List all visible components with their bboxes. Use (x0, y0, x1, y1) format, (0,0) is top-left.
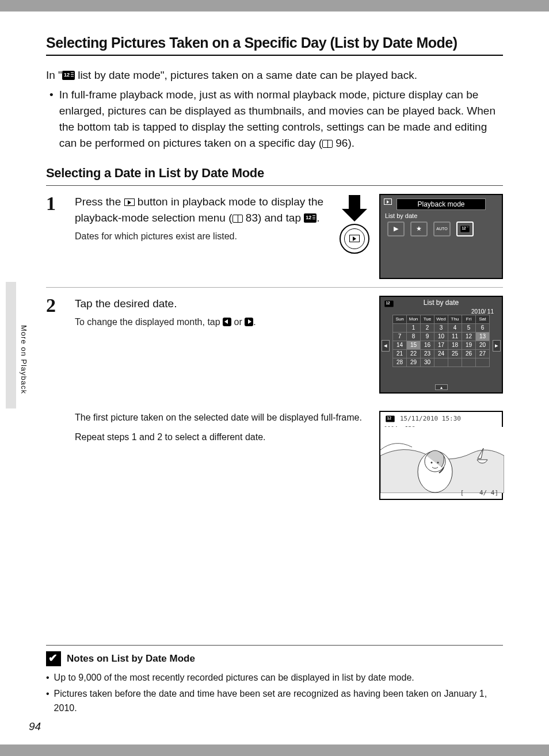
calendar-icon (386, 415, 394, 422)
bullet1-text: In full-frame playback mode, just as wit… (59, 89, 495, 149)
calendar-day[interactable]: 15 (407, 341, 421, 349)
calendar-day[interactable]: 3 (434, 323, 448, 332)
notes-item: •Up to 9,000 of the most recently record… (46, 671, 503, 685)
screen3-counter: [ 4/ 4] (460, 489, 498, 497)
calendar-day[interactable]: 28 (393, 358, 407, 366)
bullet-dot: • (46, 87, 54, 151)
calendar-grid[interactable]: SunMonTueWedThuFriSat 123456789101112131… (392, 315, 490, 367)
intro-paragraph: In " list by date mode", pictures taken … (46, 67, 503, 152)
calendar-day[interactable]: 1 (407, 323, 421, 332)
calendar-day[interactable]: 9 (421, 332, 434, 341)
arrow-shaft (349, 195, 360, 209)
step-1-graphics: Playback mode List by date ▶ ★ AUTO (334, 194, 503, 279)
triangle-left-icon (223, 318, 231, 326)
step-1-number: 1 (46, 194, 67, 279)
screen2-title: List by date (380, 297, 502, 308)
calendar-day[interactable]: 4 (448, 323, 462, 332)
calendar-day[interactable]: 29 (407, 358, 421, 366)
after2-p1: The first picture taken on the selected … (75, 411, 368, 425)
intro-text-a: In " (46, 69, 62, 81)
screen1-options: ▶ ★ AUTO (380, 222, 502, 236)
page: Selecting Pictures Taken on a Specific D… (0, 12, 549, 744)
calendar-day[interactable]: 20 (476, 341, 490, 349)
step-2-result-text: The first picture taken on the selected … (46, 411, 368, 500)
s1a: Press the (75, 196, 124, 208)
calendar-day[interactable]: 25 (448, 349, 462, 358)
screen1-header: Playback mode (396, 198, 486, 210)
step-1-sub: Dates for which pictures exist are liste… (75, 230, 326, 243)
intro-text-b: list by date mode", pictures taken on a … (75, 69, 417, 81)
notes-section: Notes on List by Date Mode •Up to 9,000 … (46, 645, 503, 716)
calendar-day[interactable]: 26 (462, 349, 476, 358)
notes-list: •Up to 9,000 of the most recently record… (46, 671, 503, 716)
notes-heading-row: Notes on List by Date Mode (46, 645, 503, 666)
screen1-label: List by date (380, 210, 502, 222)
calendar-corner-icon (384, 300, 393, 307)
calendar-day[interactable]: 17 (434, 341, 448, 349)
calendar-day[interactable]: 21 (393, 349, 407, 358)
page-title-bar: Selecting Pictures Taken on a Specific D… (46, 35, 503, 56)
calendar-dow: Mon (407, 315, 421, 323)
calendar-expand-button[interactable]: ▴ (435, 384, 448, 390)
calendar-day (476, 358, 490, 366)
option-auto-icon[interactable]: AUTO (433, 222, 451, 236)
calendar-day[interactable]: 2 (421, 323, 434, 332)
side-tab-label: More on Playback (20, 325, 28, 394)
calendar-day[interactable]: 14 (393, 341, 407, 349)
calendar-day[interactable]: 27 (476, 349, 490, 358)
step2-main: Tap the desired date. (75, 297, 177, 310)
calendar-day[interactable]: 30 (421, 358, 434, 366)
prev-month-button[interactable]: ◂ (382, 340, 390, 352)
calendar-dow: Wed (434, 315, 448, 323)
calendar-day[interactable]: 11 (448, 332, 462, 341)
option-listbydate-icon[interactable] (456, 222, 474, 236)
bullet-text: In full-frame playback mode, just as wit… (59, 87, 503, 151)
calendar-day[interactable]: 5 (462, 323, 476, 332)
calendar-day[interactable]: 22 (407, 349, 421, 358)
calendar-day[interactable]: 8 (407, 332, 421, 341)
s1c: 83) and tap (243, 212, 304, 224)
calendar-day (393, 323, 407, 332)
playback-icon (349, 235, 360, 242)
book-icon (322, 140, 333, 148)
triangle-right-icon (245, 318, 253, 326)
step-2-sub: To change the displayed month, tap or . (75, 315, 371, 329)
calendar-day[interactable]: 18 (448, 341, 462, 349)
calendar-day[interactable]: 24 (434, 349, 448, 358)
calendar-day[interactable]: 16 (421, 341, 434, 349)
calendar-dow: Tue (421, 315, 434, 323)
svg-point-4 (437, 461, 439, 463)
notes-item-text: Pictures taken before the date and time … (54, 687, 503, 716)
screen-playback-mode-menu: Playback mode List by date ▶ ★ AUTO (379, 194, 503, 279)
calendar-dow: Thu (448, 315, 462, 323)
playback-picture-illustration (380, 427, 504, 493)
calendar-day[interactable]: 7 (393, 332, 407, 341)
step-2-text: Tap the desired date. To change the disp… (75, 296, 371, 394)
calendar-day[interactable]: 23 (421, 349, 434, 358)
step-2-graphics: List by date 2010/ 11 ◂ ▸ SunMonTueWedTh… (379, 296, 503, 394)
step-2-number: 2 (46, 296, 67, 394)
notes-item: •Pictures taken before the date and time… (46, 687, 503, 716)
calendar-day[interactable]: 13 (476, 332, 490, 341)
step-1-text: Press the button in playback mode to dis… (75, 194, 326, 279)
next-month-button[interactable]: ▸ (493, 340, 501, 352)
s2b: or (231, 317, 245, 327)
bullet-dot: • (46, 687, 49, 716)
calendar-day[interactable]: 6 (476, 323, 490, 332)
option-play-icon[interactable]: ▶ (387, 222, 405, 236)
page-number: 94 (29, 720, 41, 733)
calendar-dow: Sun (393, 315, 407, 323)
arrow-head-icon (342, 209, 367, 222)
book-icon (232, 215, 243, 223)
calendar-day[interactable]: 19 (462, 341, 476, 349)
playback-button-icon (124, 198, 135, 206)
screen3-topbar: 15/11/2010 15:30 (380, 412, 502, 426)
screen3-counter-val: 4/ 4 (479, 489, 495, 497)
calendar-day[interactable]: 10 (434, 332, 448, 341)
physical-play-button (340, 224, 369, 254)
option-favorite-icon[interactable]: ★ (410, 222, 428, 236)
side-tab (6, 282, 16, 408)
calendar-icon (304, 213, 317, 223)
calendar-day[interactable]: 12 (462, 332, 476, 341)
calendar-day (462, 358, 476, 366)
